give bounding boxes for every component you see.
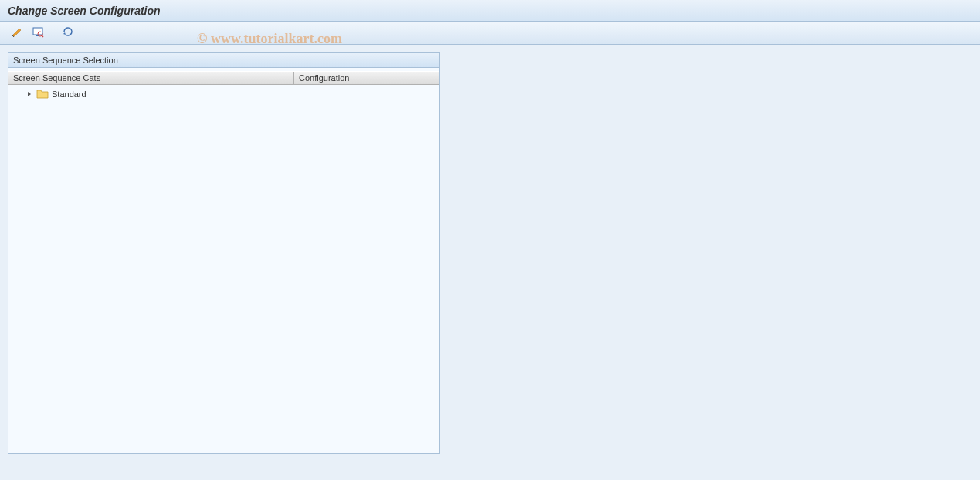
expand-icon[interactable] <box>25 90 33 98</box>
toolbar <box>0 22 980 45</box>
column-header-cats[interactable]: Screen Sequence Cats <box>8 72 294 84</box>
tree-area: Standard <box>8 85 439 453</box>
tree-node-standard[interactable]: Standard <box>8 87 439 101</box>
table-header: Screen Sequence Cats Configuration <box>8 71 439 85</box>
other-object-button[interactable] <box>59 25 76 42</box>
screen-sequence-panel: Screen Sequence Selection Screen Sequenc… <box>8 52 440 454</box>
pencil-glasses-icon <box>12 25 24 40</box>
folder-icon <box>36 89 49 100</box>
toolbar-separator <box>53 26 53 40</box>
display-change-icon <box>32 25 44 40</box>
panel-title: Screen Sequence Selection <box>8 53 439 68</box>
tree-label: Standard <box>52 90 86 99</box>
svg-line-3 <box>42 35 43 37</box>
main-area: Screen Sequence Selection Screen Sequenc… <box>0 45 980 480</box>
change-button[interactable] <box>9 25 26 42</box>
page-title: Change Screen Configuration <box>8 5 161 17</box>
display-change-button[interactable] <box>29 25 46 42</box>
column-header-config[interactable]: Configuration <box>294 72 439 84</box>
title-bar: Change Screen Configuration <box>0 0 980 22</box>
other-object-icon <box>62 25 74 40</box>
